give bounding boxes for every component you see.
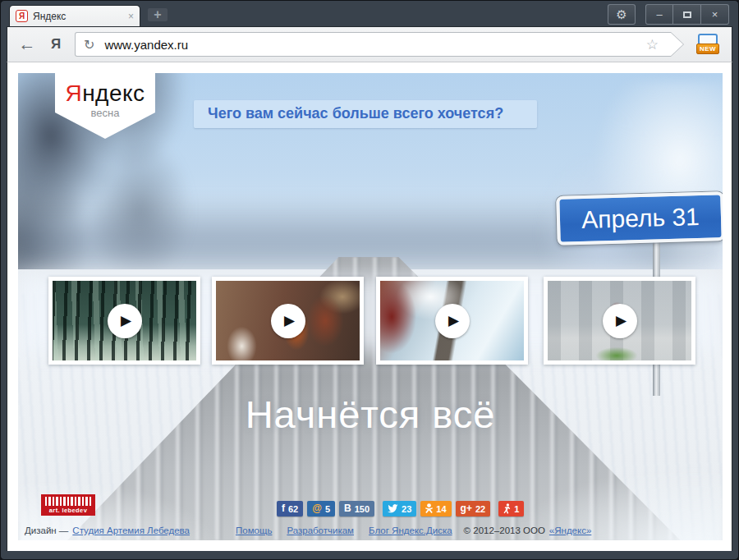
share-count: 23 <box>402 504 411 514</box>
share-count: 22 <box>475 504 485 514</box>
share-buttons-row: f 62 @ 5 В 150 23 <box>277 501 524 516</box>
new-tab-button[interactable]: + <box>148 8 168 21</box>
close-button[interactable]: × <box>701 4 729 25</box>
barcode-icon <box>45 497 91 506</box>
share-count: 62 <box>288 504 298 514</box>
odnoklassniki-person-icon <box>425 503 433 514</box>
back-arrow-icon: ← <box>19 34 36 53</box>
gear-icon: ⚙ <box>616 7 627 21</box>
twitter-bird-icon <box>388 504 398 513</box>
window-controls: – × <box>645 4 729 25</box>
art-lebedev-label: art. lebedev <box>45 507 91 514</box>
copyright-label: © 2012–2013 ООО <box>464 526 545 535</box>
share-googleplus-button[interactable]: g+ 22 <box>456 501 491 516</box>
minimize-button[interactable]: – <box>645 4 673 25</box>
page-viewport: Яндекс весна Чего вам сейчас больше всег… <box>7 62 732 551</box>
new-badge: NEW <box>696 44 719 54</box>
mailru-at-icon: @ <box>312 501 322 516</box>
logo-tagline: весна <box>55 107 155 119</box>
share-mailru-button[interactable]: @ 5 <box>307 501 335 516</box>
video-thumbnail-2[interactable]: ▶ <box>212 277 364 365</box>
developers-link[interactable]: Разработчикам <box>287 526 354 535</box>
facebook-icon: f <box>282 501 285 516</box>
share-twitter-button[interactable]: 23 <box>383 501 416 516</box>
yandex-company-link[interactable]: «Яндекс» <box>549 526 591 535</box>
art-lebedev-logo[interactable]: art. lebedev <box>41 494 95 516</box>
share-facebook-button[interactable]: f 62 <box>277 501 303 516</box>
share-vkontakte-button[interactable]: В 150 <box>339 501 374 516</box>
share-yaru-button[interactable]: 1 <box>498 501 524 516</box>
play-button[interactable]: ▶ <box>108 304 142 338</box>
road-sign: Апрель 31 <box>556 191 723 246</box>
video-2-preview: ▶ <box>216 281 360 360</box>
video-thumbnail-3[interactable]: ▶ <box>376 277 528 365</box>
tab-close-icon[interactable]: × <box>128 11 134 21</box>
yandex-home-button[interactable]: Я <box>44 36 68 53</box>
maximize-icon <box>683 11 691 18</box>
tab-title: Яндекс <box>33 11 128 22</box>
video-4-preview: ▶ <box>548 281 691 360</box>
studio-lebedev-link[interactable]: Студия Артемия Лебедева <box>72 526 190 535</box>
share-odnoklassniki-button[interactable]: 14 <box>420 501 451 516</box>
question-banner[interactable]: Чего вам сейчас больше всего хочется? <box>194 100 537 128</box>
blog-link[interactable]: Блог Яндекс.Диска <box>369 526 452 535</box>
minimize-icon: – <box>656 8 662 21</box>
share-count: 5 <box>325 504 330 514</box>
play-button[interactable]: ▶ <box>271 304 305 338</box>
video-thumbnail-4[interactable]: ▶ <box>544 277 695 365</box>
video-3-preview: ▶ <box>380 281 524 360</box>
yandex-logo[interactable]: Яндекс весна <box>55 73 155 139</box>
settings-menu-button[interactable]: ⚙ <box>608 4 636 25</box>
reload-icon[interactable]: ↻ <box>84 37 94 53</box>
title-bar: Я Яндекс × + ⚙ – × <box>7 1 732 26</box>
maximize-button[interactable] <box>673 4 701 25</box>
headline-text: Начнётся всё <box>18 392 723 437</box>
vk-icon: В <box>344 501 351 516</box>
design-prefix-label: Дизайн — <box>25 526 68 535</box>
winter-scene: Яндекс весна Чего вам сейчас больше всег… <box>18 73 723 540</box>
play-button[interactable]: ▶ <box>435 304 470 338</box>
help-link[interactable]: Помощь <box>236 526 272 535</box>
browser-window: Я Яндекс × + ⚙ – × ← Я ↻ www.yandex.ru ☆… <box>0 0 739 560</box>
yandex-favicon-icon: Я <box>16 10 28 22</box>
close-icon: × <box>712 8 718 21</box>
foreground-snow <box>18 434 723 540</box>
yandex-wordmark: Яндекс <box>55 80 155 107</box>
page-footer: Дизайн — Студия Артемия Лебедева Помощь … <box>25 526 716 535</box>
share-count: 1 <box>514 504 519 514</box>
tableau-button[interactable]: NEW <box>694 31 723 57</box>
google-plus-icon: g+ <box>461 501 472 516</box>
back-button[interactable]: ← <box>16 34 39 54</box>
browser-tab[interactable]: Я Яндекс × <box>9 5 140 26</box>
snowy-trees-right <box>484 81 723 443</box>
address-bar[interactable]: ↻ www.yandex.ru ☆ <box>75 32 684 57</box>
url-text[interactable]: www.yandex.ru <box>104 38 645 52</box>
share-count: 150 <box>355 504 370 514</box>
video-1-preview: ▶ <box>53 281 196 360</box>
video-thumbnail-1[interactable]: ▶ <box>48 277 200 365</box>
yaru-person-icon <box>503 503 511 514</box>
bookmark-star-icon[interactable]: ☆ <box>646 36 659 53</box>
browser-toolbar: ← Я ↻ www.yandex.ru ☆ NEW <box>7 26 732 62</box>
play-button[interactable]: ▶ <box>603 304 637 338</box>
share-count: 14 <box>436 504 446 514</box>
